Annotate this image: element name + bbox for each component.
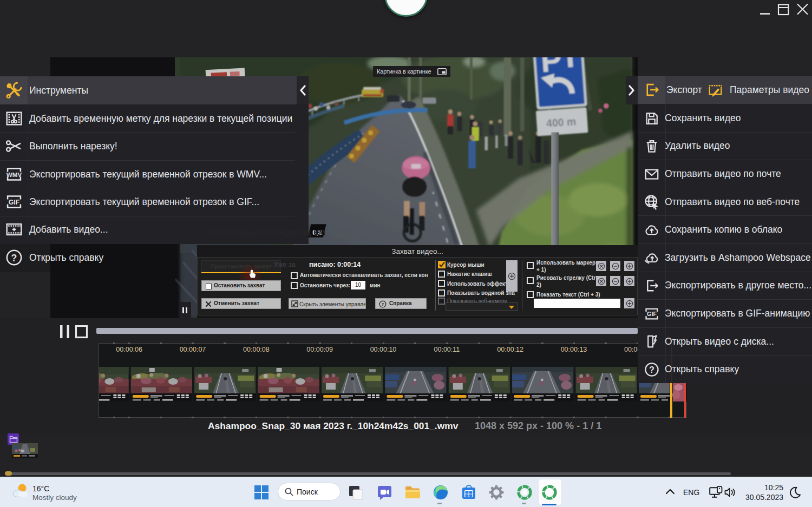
svg-text:?: ? — [382, 302, 384, 307]
